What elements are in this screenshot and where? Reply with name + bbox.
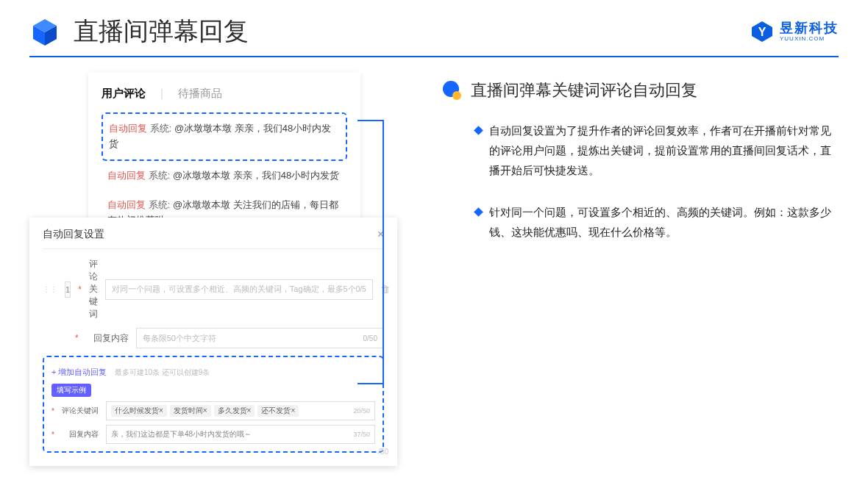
system-label: 系统: [149,170,171,181]
keyword-chip[interactable]: 多久发货× [214,405,255,417]
bullet-text-2: 针对同一个问题，可设置多个相近的、高频的关键词。例如：这款多少钱、这块能优惠吗、… [489,202,831,242]
reply-placeholder: 每条限50个中文字符 [143,333,363,344]
ex-kw-count: 20/50 [353,407,370,415]
reply-input[interactable]: 每条限50个中文字符 0/50 [136,328,384,348]
bubble-icon [441,80,462,101]
svg-point-6 [452,91,461,100]
keyword-chip[interactable]: 还不发货× [257,405,299,417]
logo-text-en: YUUXIN.COM [780,36,839,42]
example-badge: 填写示例 [51,384,91,397]
add-sub-text: 最多可建10条 还可以创建9条 [115,368,210,376]
auto-reply-tag: 自动回复 [107,170,146,181]
tab-products[interactable]: 待播商品 [178,87,222,101]
overflow-count: /50 [378,448,388,456]
system-label: 系统: [149,199,171,210]
highlighted-comment: 自动回复 系统: @冰墩墩本墩 亲亲，我们48小时内发货 [102,112,347,161]
tab-user-comments[interactable]: 用户评论 [102,87,146,101]
system-label: 系统: [150,123,172,134]
bullet-icon [474,207,483,217]
ex-reply-text: 亲，我们这边都是下单48小时内发货的哦～ [111,429,252,439]
drag-handle-icon[interactable]: ⋮⋮ [43,285,57,293]
settings-title: 自动回复设置 [43,228,104,241]
page-title: 直播间弹幕回复 [74,15,249,49]
required-icon: * [51,431,54,439]
auto-reply-tag: 自动回复 [109,123,147,134]
rule-index: 1 [65,281,71,298]
required-icon: * [75,333,79,343]
comment-text-2: @冰墩墩本墩 亲亲，我们48小时内发货 [173,170,339,181]
cube-icon [29,16,60,47]
keyword-chip[interactable]: 发货时间× [170,405,211,417]
keyword-input[interactable]: 对同一个问题，可设置多个相近、高频的关键词，Tag确定，最多5个 0/5 [105,279,373,300]
example-keyword-input[interactable]: 什么时候发货× 发货时间× 多久发货× 还不发货× 20/50 [106,401,375,420]
auto-reply-tag: 自动回复 [107,199,146,210]
required-icon: * [78,284,82,295]
keyword-label: 评论关键词 [89,258,98,320]
keyword-chip[interactable]: 什么时候发货× [111,405,167,417]
ex-keyword-label: 评论关键词 [62,406,99,416]
tab-separator: | [160,87,163,101]
settings-panel: 自动回复设置 × ⋮⋮ 1 * 评论关键词 对同一个问题，可设置多个相近、高频的… [29,218,397,466]
required-icon: * [51,407,54,415]
bullet-icon [474,126,483,135]
example-section: + 增加自动回复 最多可建10条 还可以创建9条 填写示例 * 评论关键词 什么… [43,356,384,453]
example-reply-input[interactable]: 亲，我们这边都是下单48小时内发货的哦～ 37/50 [106,425,375,444]
reply-label: 回复内容 [86,332,129,345]
section-subtitle: 直播间弹幕关键词评论自动回复 [471,79,697,101]
ex-reply-label: 回复内容 [62,429,99,439]
comment-row: 自动回复 系统: @冰墩墩本墩 亲亲，我们48小时内发货 [102,161,347,191]
keyword-placeholder: 对同一个问题，可设置多个相近、高频的关键词，Tag确定，最多5个 [112,284,356,295]
brand-logo: Y 昱新科技 YUUXIN.COM [750,20,839,43]
add-auto-reply-link[interactable]: + 增加自动回复 [51,367,107,376]
logo-text-cn: 昱新科技 [780,21,839,35]
svg-text:Y: Y [758,26,766,38]
ex-reply-count: 37/50 [353,431,370,438]
connector-line [357,120,384,384]
bullet-text-1: 自动回复设置为了提升作者的评论回复效率，作者可在开播前针对常见的评论用户问题，提… [489,121,831,180]
